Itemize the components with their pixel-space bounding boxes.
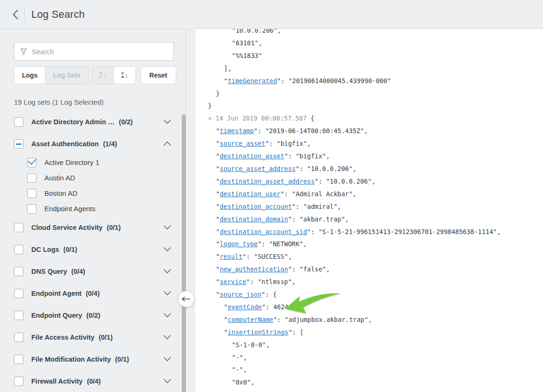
json-text: " [216,203,220,210]
group-checkbox[interactable] [14,117,23,127]
json-text: ": "ntlmssp", [246,278,296,285]
json-text: ": "10.0.0.206", [296,165,357,172]
group-expand-toggle[interactable] [163,247,171,252]
json-key[interactable]: timeGenerated [228,77,277,85]
logset-group-row[interactable]: File Modification Activity(0/1) [0,348,186,370]
group-checkbox[interactable] [14,245,23,254]
log-checkbox[interactable] [27,173,36,183]
group-expand-toggle[interactable] [163,269,171,274]
group-expand-toggle[interactable] [163,141,171,146]
json-line: "service": "ntlmssp", [208,276,543,288]
json-key[interactable]: destination_account [220,203,292,210]
json-text: ": 4624, [262,303,292,311]
log-row[interactable]: Endpoint Agents [0,201,186,216]
chevron-up-icon [163,141,171,146]
json-line: » 14 Jun 2019 00:00:57.587 { [208,112,543,125]
group-expand-toggle[interactable] [163,291,171,296]
logs-tab-button[interactable]: Logs [14,67,45,84]
group-checkbox[interactable] [14,139,23,149]
header-divider [24,7,25,21]
logset-group-row[interactable]: Endpoint Agent(0/4) [0,282,186,304]
log-checkbox[interactable] [27,158,36,167]
json-line: "63101", [208,37,543,50]
group-count: (0/4) [86,290,100,297]
group-checkbox[interactable] [14,289,23,298]
log-checkbox[interactable] [27,189,36,198]
logset-group-row[interactable]: Endpoint Query(0/2) [0,304,186,326]
json-key[interactable]: source_asset_address [220,165,296,172]
json-key[interactable]: destination_user [220,190,280,198]
logset-group-row[interactable]: Active Directory Admin …(0/2) [0,111,186,133]
json-key[interactable]: result [220,253,243,260]
json-key[interactable]: eventCode [228,303,262,311]
json-key[interactable]: logon_type [220,240,257,248]
group-checkbox[interactable] [14,333,23,342]
group-checkbox[interactable] [14,311,23,320]
json-line: "%%1833" [208,50,543,62]
collapse-sidebar-button[interactable] [178,291,194,307]
log-row[interactable]: Boston AD [0,185,186,201]
logset-group-row[interactable]: DNS Query(0/4) [0,260,186,282]
group-count: (0/1) [115,356,129,363]
sidebar-scrollbar-thumb[interactable] [182,114,186,392]
json-text: "10.0.0.206", [232,29,281,34]
log-row[interactable]: Austin AD [0,170,186,185]
json-key[interactable]: destination_asset_address [220,178,314,185]
json-line: "10.0.0.206", [208,29,543,37]
json-text: ": "akbar.trap", [288,215,349,223]
group-checkbox[interactable] [14,267,23,276]
json-text: ": "bigfix", [265,140,311,147]
group-expand-toggle[interactable] [163,119,171,124]
log-checkbox[interactable] [27,204,36,214]
log-sets-tab-button[interactable]: Log Sets [45,67,88,84]
group-expand-toggle[interactable] [163,225,171,230]
json-key[interactable]: source_json [220,291,261,298]
json-line: "result": "SUCCESS", [208,250,543,263]
json-text: " [224,328,228,336]
group-expand-toggle[interactable] [163,335,171,340]
json-line: "destination_account": "admiral", [208,200,543,213]
group-checkbox[interactable] [14,377,23,386]
arrow-left-icon [181,296,191,302]
json-key[interactable]: insertionStrings [228,328,288,336]
json-key[interactable]: destination_account_sid [220,228,307,235]
log-label: Endpoint Agents [44,205,95,213]
sort-descending-button[interactable]: Z A ↓ [114,67,136,84]
json-text: ": [ [288,328,304,336]
group-expand-toggle[interactable] [163,313,171,318]
sort-az-icon: A Z ↓ [100,71,106,79]
json-line: "destination_domain": "akbar.trap", [208,213,543,226]
group-expand-toggle[interactable] [163,378,171,384]
json-key[interactable]: destination_asset [220,152,284,160]
group-count: (0/4) [87,378,101,385]
group-checkbox[interactable] [14,223,23,232]
logset-group-row[interactable]: DC Logs(0/1) [0,238,186,260]
logset-group-row[interactable]: Asset Authentication(1/4) [0,133,186,155]
reset-button[interactable]: Reset [141,66,176,84]
json-text: " [224,303,228,311]
logset-group-row[interactable]: Firewall Activity(0/4) [0,370,186,392]
group-checkbox[interactable] [14,355,23,364]
back-button[interactable] [7,7,23,22]
group-count: (0/4) [71,268,86,275]
json-key[interactable]: destination_domain [220,215,288,223]
log-row[interactable]: Active Directory 1 [0,155,186,170]
json-key[interactable]: timestamp [220,127,254,135]
json-key[interactable]: source_asset [220,140,265,147]
logset-group-row[interactable]: File Access Activity(0/1) [0,326,186,348]
json-line: "insertionStrings": [ [208,326,543,339]
group-count: (0/1) [99,334,113,341]
json-text: " [216,127,220,135]
search-input[interactable] [32,48,168,56]
sort-ascending-button[interactable]: A Z ↓ [93,67,114,84]
group-expand-toggle[interactable] [163,356,171,362]
json-key[interactable]: new_authentication [220,265,288,273]
chevron-down-icon [163,356,171,362]
json-text: ], [224,64,231,72]
json-key[interactable]: computerName [228,316,273,323]
json-text: " [216,140,220,147]
json-key[interactable]: service [220,278,246,285]
logset-group-row[interactable]: Cloud Service Activity(0/1) [0,216,186,238]
group-label: Endpoint Query [31,312,82,319]
log-json: "10.0.0.206","63101","%%1833"],"timeGene… [195,29,543,389]
